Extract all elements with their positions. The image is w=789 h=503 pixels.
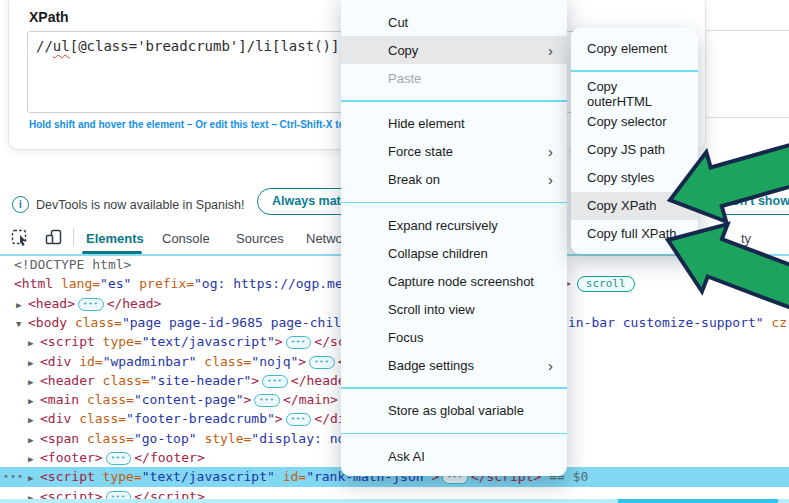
- menu-item-label: Focus: [388, 330, 423, 345]
- expand-ellipsis-button[interactable]: •••: [78, 298, 104, 311]
- code-token: "text/javascript": [142, 334, 275, 349]
- code-token: >: [275, 334, 283, 349]
- dont-show-again-button[interactable]: Don't show ag: [712, 188, 789, 215]
- expand-triangle-icon[interactable]: ▶: [28, 450, 40, 469]
- expand-triangle-icon[interactable]: ▶: [28, 431, 40, 450]
- code-token: "site-header": [150, 373, 252, 388]
- expand-ellipsis-button[interactable]: •••: [262, 375, 288, 388]
- inspect-element-icon[interactable]: [11, 227, 31, 247]
- context-menu-item-scroll-into-view[interactable]: Scroll into view: [341, 295, 567, 323]
- context-menu-item-badge-settings[interactable]: Badge settings›: [341, 351, 567, 379]
- code-token: class=: [79, 431, 134, 446]
- expand-triangle-icon[interactable]: ▶: [16, 296, 28, 315]
- copy-submenu-item-copy-selector[interactable]: Copy selector: [571, 108, 698, 136]
- expand-ellipsis-button[interactable]: •••: [309, 356, 335, 369]
- row-actions-dots[interactable]: •••: [3, 467, 24, 486]
- menu-item-label: Scroll into view: [388, 302, 475, 317]
- expand-triangle-icon[interactable]: ▶: [28, 411, 40, 430]
- scroll-badge[interactable]: scroll: [577, 276, 635, 292]
- context-menu-separator: [341, 433, 567, 435]
- menu-item-label: Copy full XPath: [587, 226, 677, 241]
- scrollbar-thumb[interactable]: [618, 499, 778, 503]
- toolbar-divider: [73, 227, 74, 246]
- tab-console[interactable]: Console: [162, 231, 210, 246]
- tab-elements[interactable]: Elements: [86, 231, 144, 246]
- code-token: <header: [40, 373, 95, 388]
- code-token: class=: [79, 392, 134, 407]
- code-token: <div: [40, 354, 71, 369]
- context-menu-item-break-on[interactable]: Break on›: [341, 166, 567, 194]
- menu-item-label: Break on: [388, 172, 440, 187]
- code-token: "wpadminbar": [103, 354, 197, 369]
- code-token: type=: [95, 469, 142, 484]
- code-token: class=: [197, 354, 252, 369]
- context-menu-item-capture-node-screenshot[interactable]: Capture node screenshot: [341, 267, 567, 295]
- info-icon: i: [12, 196, 29, 213]
- code-token: "footer-breadcrumb": [126, 411, 275, 426]
- context-menu-item-copy[interactable]: Copy›: [341, 36, 567, 64]
- expand-ellipsis-button[interactable]: •••: [286, 413, 312, 426]
- code-token: class=: [71, 411, 126, 426]
- menu-item-label: Copy outerHTML: [587, 79, 682, 109]
- copy-submenu-item-copy-outerhtml[interactable]: Copy outerHTML: [571, 80, 698, 108]
- context-menu-item-focus[interactable]: Focus: [341, 323, 567, 351]
- code-token: <script: [40, 334, 95, 349]
- copy-submenu-separator: [571, 70, 698, 72]
- expand-triangle-icon[interactable]: ▶: [28, 392, 40, 411]
- expand-ellipsis-button[interactable]: •••: [106, 452, 132, 465]
- xpath-query-text: //ul[@class='breadcrumb']/li[last()]: [36, 38, 339, 54]
- menu-item-label: Ask AI: [388, 449, 425, 464]
- context-menu-item-hide-element[interactable]: Hide element: [341, 110, 567, 138]
- copy-submenu-item-copy-styles[interactable]: Copy styles: [571, 164, 698, 192]
- background-panel-line: [706, 117, 789, 118]
- context-menu-separator: [341, 387, 567, 389]
- expand-triangle-icon[interactable]: ▶: [28, 334, 40, 353]
- context-menu-item-store-as-global-variable[interactable]: Store as global variable: [341, 397, 567, 425]
- code-token: <!DOCTYPE html>: [14, 257, 131, 272]
- row-content: ▶<div class="footer-breadcrumb">•••</div…: [0, 409, 361, 430]
- menu-item-label: Copy styles: [587, 170, 654, 185]
- context-menu-item-expand-recursively[interactable]: Expand recursively: [341, 211, 567, 239]
- menu-item-label: Copy JS path: [587, 142, 665, 157]
- tab-netwo[interactable]: Netwo: [306, 231, 343, 246]
- device-toolbar-icon[interactable]: [44, 227, 64, 247]
- row-content: ▶<header class="site-header">•••</header…: [0, 371, 383, 392]
- submenu-chevron-icon: ›: [548, 171, 553, 188]
- code-token: lang=: [53, 276, 100, 291]
- copy-submenu-item-copy-element[interactable]: Copy element: [571, 34, 698, 62]
- code-token: id=: [275, 469, 306, 484]
- menu-item-label: Store as global variable: [388, 403, 524, 418]
- expand-triangle-icon[interactable]: ▶: [28, 469, 40, 488]
- code-token: <main: [40, 392, 79, 407]
- expand-ellipsis-button[interactable]: •••: [254, 394, 280, 407]
- copy-submenu-item-copy-xpath[interactable]: Copy XPath: [571, 192, 698, 220]
- context-menu-item-force-state[interactable]: Force state›: [341, 138, 567, 166]
- menu-item-label: Force state: [388, 144, 453, 159]
- expand-ellipsis-button[interactable]: •••: [286, 336, 312, 349]
- horizontal-scrollbar[interactable]: [0, 499, 789, 503]
- context-menu-item-paste[interactable]: Paste: [341, 64, 567, 92]
- row-content: ▶<head>•••</head>: [0, 294, 161, 315]
- expand-triangle-icon[interactable]: ▶: [28, 354, 40, 373]
- code-token: "content-page": [134, 392, 244, 407]
- submenu-chevron-icon: ›: [548, 143, 553, 160]
- collapse-triangle-icon[interactable]: ▼: [16, 315, 28, 334]
- row-content: ▶<div id="wpadminbar" class="nojq">•••</…: [0, 352, 369, 373]
- code-token: </footer>: [134, 450, 204, 465]
- row-content: ▼<body class="page page-id-9685 page-chi…: [0, 313, 365, 334]
- menu-item-label: Collapse children: [388, 246, 488, 261]
- code-token: <body: [28, 315, 67, 330]
- copy-submenu-item-copy-full-xpath[interactable]: Copy full XPath: [571, 220, 698, 248]
- expand-triangle-icon[interactable]: ▶: [28, 373, 40, 392]
- menu-item-label: Badge settings: [388, 358, 474, 373]
- context-menu-item-cut[interactable]: Cut: [341, 8, 567, 36]
- tab-sources[interactable]: Sources: [236, 231, 284, 246]
- context-menu-item-collapse-children[interactable]: Collapse children: [341, 239, 567, 267]
- code-token: </head>: [107, 296, 162, 311]
- code-token: class=: [95, 373, 150, 388]
- tab-label-fragment[interactable]: ty: [741, 231, 751, 246]
- copy-submenu-item-copy-js-path[interactable]: Copy JS path: [571, 136, 698, 164]
- infobar-message: DevTools is now available in Spanish!: [36, 198, 244, 212]
- menu-item-label: Paste: [388, 71, 421, 86]
- context-menu-item-ask-ai[interactable]: Ask AI: [341, 442, 567, 470]
